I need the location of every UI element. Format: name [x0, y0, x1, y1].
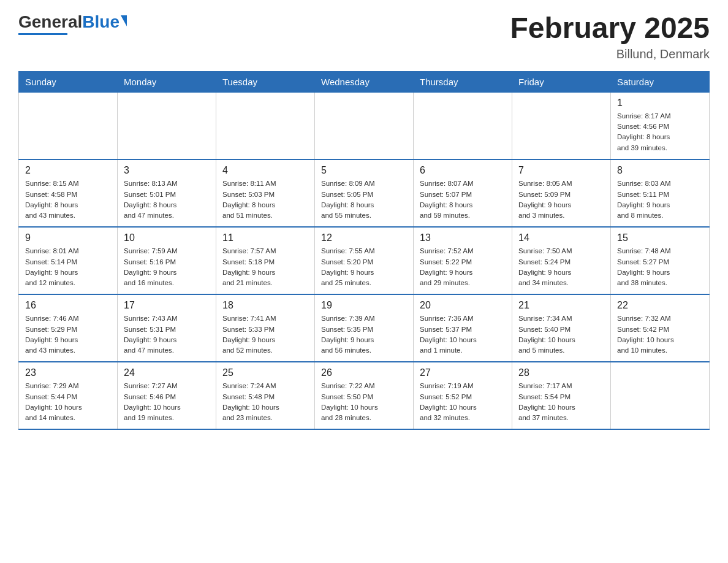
header-wednesday: Wednesday — [315, 71, 414, 92]
logo: GeneralBlue — [18, 12, 127, 35]
day-info: Sunrise: 7:29 AMSunset: 5:44 PMDaylight:… — [25, 381, 111, 423]
day-number: 13 — [420, 232, 506, 243]
day-number: 26 — [321, 367, 407, 378]
day-info: Sunrise: 7:57 AMSunset: 5:18 PMDaylight:… — [222, 246, 308, 288]
calendar-cell: 2Sunrise: 8:15 AMSunset: 4:58 PMDaylight… — [19, 159, 118, 227]
day-number: 7 — [518, 165, 604, 176]
day-number: 10 — [124, 232, 210, 243]
day-number: 21 — [518, 300, 604, 311]
day-info: Sunrise: 7:36 AMSunset: 5:37 PMDaylight:… — [420, 313, 506, 356]
title-area: February 2025 Billund, Denmark — [510, 12, 710, 61]
day-info: Sunrise: 7:27 AMSunset: 5:46 PMDaylight:… — [124, 381, 210, 423]
day-number: 4 — [222, 165, 308, 176]
day-info: Sunrise: 7:55 AMSunset: 5:20 PMDaylight:… — [321, 246, 407, 288]
calendar-week-row: 16Sunrise: 7:46 AMSunset: 5:29 PMDayligh… — [19, 294, 710, 362]
day-number: 27 — [420, 367, 506, 378]
day-info: Sunrise: 8:17 AMSunset: 4:56 PMDaylight:… — [617, 111, 703, 153]
day-number: 24 — [124, 367, 210, 378]
day-number: 3 — [124, 165, 210, 176]
calendar-cell: 10Sunrise: 7:59 AMSunset: 5:16 PMDayligh… — [118, 227, 216, 294]
calendar-cell: 25Sunrise: 7:24 AMSunset: 5:48 PMDayligh… — [216, 362, 315, 429]
calendar-cell: 4Sunrise: 8:11 AMSunset: 5:03 PMDaylight… — [216, 159, 315, 227]
day-number: 19 — [321, 300, 407, 311]
calendar-cell: 15Sunrise: 7:48 AMSunset: 5:27 PMDayligh… — [611, 227, 710, 294]
day-info: Sunrise: 7:59 AMSunset: 5:16 PMDaylight:… — [124, 246, 210, 288]
calendar-cell: 24Sunrise: 7:27 AMSunset: 5:46 PMDayligh… — [118, 362, 216, 429]
day-number: 23 — [25, 367, 111, 378]
calendar-cell: 1Sunrise: 8:17 AMSunset: 4:56 PMDaylight… — [611, 92, 710, 159]
day-info: Sunrise: 8:15 AMSunset: 4:58 PMDaylight:… — [25, 178, 111, 221]
day-number: 8 — [617, 165, 703, 176]
calendar-cell — [315, 92, 414, 159]
calendar-cell — [216, 92, 315, 159]
day-number: 25 — [222, 367, 308, 378]
day-info: Sunrise: 7:32 AMSunset: 5:42 PMDaylight:… — [617, 313, 703, 356]
calendar-cell: 20Sunrise: 7:36 AMSunset: 5:37 PMDayligh… — [414, 294, 512, 362]
calendar-cell — [611, 362, 710, 429]
calendar-week-row: 1Sunrise: 8:17 AMSunset: 4:56 PMDaylight… — [19, 92, 710, 159]
day-info: Sunrise: 8:05 AMSunset: 5:09 PMDaylight:… — [518, 178, 604, 221]
day-number: 6 — [420, 165, 506, 176]
day-info: Sunrise: 8:13 AMSunset: 5:01 PMDaylight:… — [124, 178, 210, 221]
calendar-week-row: 9Sunrise: 8:01 AMSunset: 5:14 PMDaylight… — [19, 227, 710, 294]
day-number: 5 — [321, 165, 407, 176]
day-info: Sunrise: 7:41 AMSunset: 5:33 PMDaylight:… — [222, 313, 308, 356]
day-number: 12 — [321, 232, 407, 243]
calendar-cell: 6Sunrise: 8:07 AMSunset: 5:07 PMDaylight… — [414, 159, 512, 227]
calendar-cell: 18Sunrise: 7:41 AMSunset: 5:33 PMDayligh… — [216, 294, 315, 362]
day-info: Sunrise: 7:52 AMSunset: 5:22 PMDaylight:… — [420, 246, 506, 288]
day-info: Sunrise: 7:17 AMSunset: 5:54 PMDaylight:… — [518, 381, 604, 423]
day-info: Sunrise: 8:01 AMSunset: 5:14 PMDaylight:… — [25, 246, 111, 288]
calendar-cell: 7Sunrise: 8:05 AMSunset: 5:09 PMDaylight… — [512, 159, 611, 227]
calendar-week-row: 23Sunrise: 7:29 AMSunset: 5:44 PMDayligh… — [19, 362, 710, 429]
day-info: Sunrise: 7:43 AMSunset: 5:31 PMDaylight:… — [124, 313, 210, 356]
calendar-cell: 21Sunrise: 7:34 AMSunset: 5:40 PMDayligh… — [512, 294, 611, 362]
calendar-cell — [19, 92, 118, 159]
page-header: GeneralBlue February 2025 Billund, Denma… — [18, 12, 710, 61]
day-number: 20 — [420, 300, 506, 311]
day-info: Sunrise: 8:03 AMSunset: 5:11 PMDaylight:… — [617, 178, 703, 221]
month-title: February 2025 — [510, 12, 710, 45]
day-number: 22 — [617, 300, 703, 311]
calendar-cell — [414, 92, 512, 159]
day-info: Sunrise: 8:11 AMSunset: 5:03 PMDaylight:… — [222, 178, 308, 221]
day-info: Sunrise: 7:46 AMSunset: 5:29 PMDaylight:… — [25, 313, 111, 356]
day-number: 11 — [222, 232, 308, 243]
day-info: Sunrise: 7:48 AMSunset: 5:27 PMDaylight:… — [617, 246, 703, 288]
calendar-cell: 14Sunrise: 7:50 AMSunset: 5:24 PMDayligh… — [512, 227, 611, 294]
logo-triangle-icon — [121, 15, 127, 26]
calendar-cell — [512, 92, 611, 159]
header-thursday: Thursday — [414, 71, 512, 92]
calendar-week-row: 2Sunrise: 8:15 AMSunset: 4:58 PMDaylight… — [19, 159, 710, 227]
calendar-cell: 23Sunrise: 7:29 AMSunset: 5:44 PMDayligh… — [19, 362, 118, 429]
calendar-cell: 22Sunrise: 7:32 AMSunset: 5:42 PMDayligh… — [611, 294, 710, 362]
day-info: Sunrise: 7:34 AMSunset: 5:40 PMDaylight:… — [518, 313, 604, 356]
day-number: 2 — [25, 165, 111, 176]
day-number: 17 — [124, 300, 210, 311]
logo-blue: Blue — [82, 12, 119, 32]
logo-underline — [18, 33, 67, 35]
calendar-cell: 28Sunrise: 7:17 AMSunset: 5:54 PMDayligh… — [512, 362, 611, 429]
calendar-cell — [118, 92, 216, 159]
calendar-cell: 17Sunrise: 7:43 AMSunset: 5:31 PMDayligh… — [118, 294, 216, 362]
day-info: Sunrise: 8:07 AMSunset: 5:07 PMDaylight:… — [420, 178, 506, 221]
calendar-cell: 3Sunrise: 8:13 AMSunset: 5:01 PMDaylight… — [118, 159, 216, 227]
header-sunday: Sunday — [19, 71, 118, 92]
calendar-cell: 9Sunrise: 8:01 AMSunset: 5:14 PMDaylight… — [19, 227, 118, 294]
calendar-cell: 26Sunrise: 7:22 AMSunset: 5:50 PMDayligh… — [315, 362, 414, 429]
calendar-cell: 16Sunrise: 7:46 AMSunset: 5:29 PMDayligh… — [19, 294, 118, 362]
calendar-cell: 19Sunrise: 7:39 AMSunset: 5:35 PMDayligh… — [315, 294, 414, 362]
header-friday: Friday — [512, 71, 611, 92]
logo-text: GeneralBlue — [18, 12, 127, 32]
day-info: Sunrise: 7:19 AMSunset: 5:52 PMDaylight:… — [420, 381, 506, 423]
day-info: Sunrise: 7:22 AMSunset: 5:50 PMDaylight:… — [321, 381, 407, 423]
calendar-cell: 27Sunrise: 7:19 AMSunset: 5:52 PMDayligh… — [414, 362, 512, 429]
day-info: Sunrise: 7:50 AMSunset: 5:24 PMDaylight:… — [518, 246, 604, 288]
day-number: 14 — [518, 232, 604, 243]
logo-general: General — [18, 12, 82, 32]
calendar-cell: 5Sunrise: 8:09 AMSunset: 5:05 PMDaylight… — [315, 159, 414, 227]
header-monday: Monday — [118, 71, 216, 92]
day-number: 28 — [518, 367, 604, 378]
day-number: 15 — [617, 232, 703, 243]
calendar-cell: 8Sunrise: 8:03 AMSunset: 5:11 PMDaylight… — [611, 159, 710, 227]
